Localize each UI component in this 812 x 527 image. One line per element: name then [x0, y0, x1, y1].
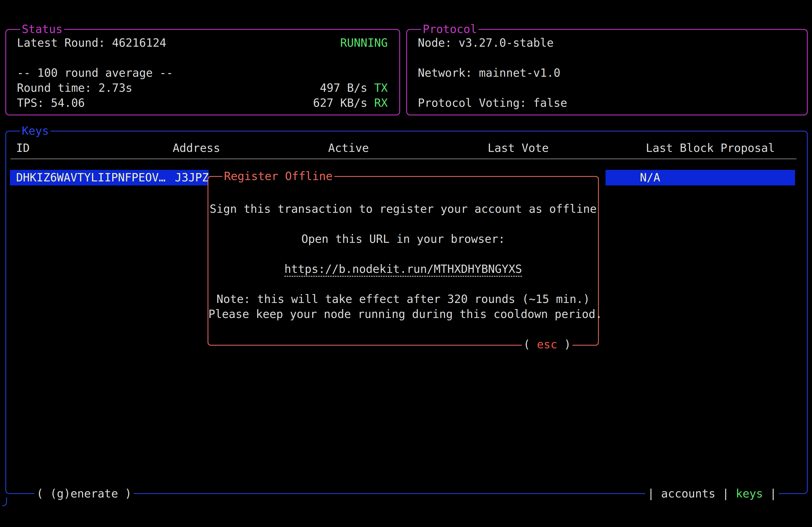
dismiss-paren-close: ) — [557, 338, 571, 351]
nodekit-terminal: Status Latest Round: 46216124 RUNNING --… — [0, 0, 812, 527]
generate-button[interactable]: ( (g)enerate ) — [34, 486, 134, 501]
signing-url-link[interactable]: https://b.nodekit.run/MTHXDHYBNGYXS — [284, 262, 522, 277]
column-header-last-vote: Last Vote — [488, 140, 549, 156]
round-average-header: -- 100 round average -- — [17, 65, 173, 80]
row-last-block-proposal-cell: N/A — [640, 170, 660, 185]
status-panel-title: Status — [20, 22, 64, 37]
rx-label: RX — [374, 96, 388, 109]
rx-rate-value: 627 KB/s — [313, 96, 374, 109]
modal-instruction: Sign this transaction to register your a… — [208, 201, 598, 216]
column-header-active: Active — [328, 140, 369, 156]
tab-separator: | — [648, 487, 654, 500]
border-corner-artifact — [2, 497, 7, 506]
keys-panel-title: Keys — [20, 123, 50, 138]
network-name: Network: mainnet-v1.0 — [418, 65, 561, 80]
table-row-selected-left[interactable]: DHKIZ6WAVTYLIIPNFPEOV… J3JPZ — [10, 170, 209, 185]
row-id-cell: DHKIZ6WAVTYLIIPNFPEOV… — [16, 170, 165, 185]
modal-url-prompt: Open this URL in your browser: — [208, 231, 598, 246]
latest-round-value: Latest Round: 46216124 — [17, 35, 166, 50]
tab-separator: | — [722, 487, 729, 500]
modal-note-line2: Please keep your node running during thi… — [208, 307, 598, 322]
esc-key-label: esc — [537, 338, 557, 351]
column-header-address: Address — [173, 140, 220, 156]
tx-label: TX — [374, 81, 388, 94]
modal-title: Register Offline — [222, 169, 334, 184]
view-tab-bar: | accounts | keys | — [645, 486, 779, 501]
column-header-last-block-proposal: Last Block Proposal — [646, 140, 775, 156]
protocol-voting: Protocol Voting: false — [418, 95, 567, 110]
column-header-id: ID — [16, 140, 30, 156]
tab-keys[interactable]: keys — [736, 487, 763, 500]
modal-note-line1: Note: this will take effect after 320 ro… — [208, 292, 598, 307]
tx-rate-value: 497 B/s — [320, 81, 374, 94]
table-row-selected-right[interactable]: N/A — [606, 170, 795, 185]
protocol-panel-title: Protocol — [421, 22, 478, 37]
rx-rate: 627 KB/s RX — [313, 95, 388, 110]
status-badge: RUNNING — [340, 35, 388, 50]
row-address-cell: J3JPZ — [175, 170, 209, 185]
table-header-divider — [11, 158, 796, 160]
tab-accounts[interactable]: accounts — [661, 487, 715, 500]
modal-dismiss[interactable]: ( esc ) — [522, 337, 572, 352]
round-time-value: Round time: 2.73s — [17, 80, 132, 95]
tx-rate: 497 B/s TX — [320, 80, 388, 95]
tab-separator: | — [770, 487, 777, 500]
protocol-panel: Protocol Node: v3.27.0-stable Network: m… — [406, 29, 808, 115]
status-panel: Status Latest Round: 46216124 RUNNING --… — [5, 29, 400, 115]
dismiss-paren-open: ( — [523, 338, 537, 351]
register-offline-modal: Register Offline Sign this transaction t… — [207, 176, 599, 346]
node-version: Node: v3.27.0-stable — [418, 35, 554, 50]
tps-value: TPS: 54.06 — [17, 95, 85, 110]
modal-url-line: https://b.nodekit.run/MTHXDHYBNGYXS — [208, 261, 598, 277]
